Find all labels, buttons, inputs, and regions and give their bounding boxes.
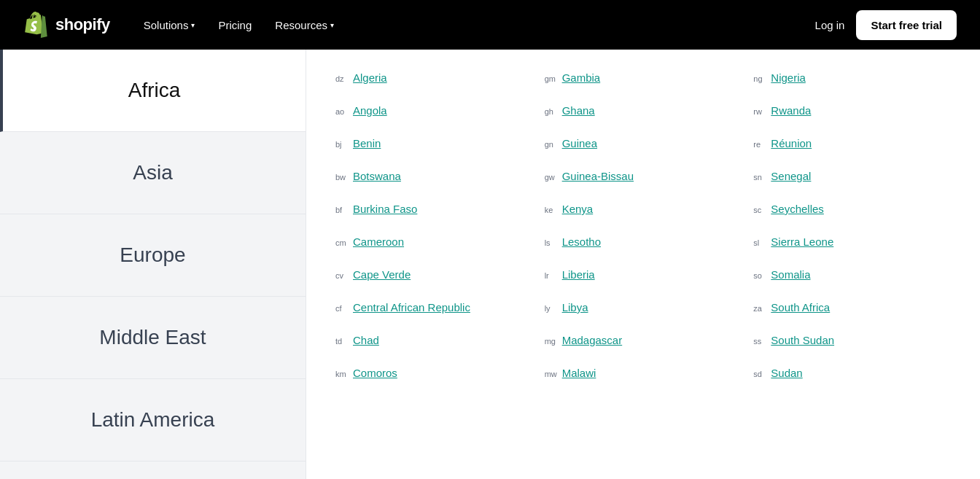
list-item: cmCameroon	[330, 225, 539, 258]
country-code: lr	[545, 271, 558, 280]
country-link[interactable]: Angola	[353, 104, 387, 117]
country-link[interactable]: Kenya	[562, 203, 594, 215]
list-item: cfCentral African Republic	[330, 291, 539, 324]
list-item: mgMadagascar	[539, 324, 748, 357]
nav-links: Solutions ▾ Pricing Resources ▾	[133, 13, 792, 37]
country-code: ao	[335, 107, 349, 116]
logo-text: shopify	[55, 15, 110, 34]
list-item: cvCape Verde	[330, 258, 539, 291]
country-link[interactable]: Sudan	[771, 367, 802, 379]
country-link[interactable]: Rwanda	[771, 104, 811, 117]
list-item: bwBotswana	[330, 160, 539, 192]
nav-solutions[interactable]: Solutions ▾	[133, 13, 206, 37]
list-item: bfBurkina Faso	[330, 192, 539, 225]
shopify-logo-icon	[23, 12, 50, 38]
country-link[interactable]: Guinea	[562, 137, 597, 149]
country-link[interactable]: Ghana	[562, 104, 595, 117]
nav-pricing[interactable]: Pricing	[208, 13, 262, 37]
country-link[interactable]: Nigeria	[771, 71, 806, 84]
list-item: gnGuinea	[539, 127, 748, 160]
country-code: cm	[335, 238, 349, 247]
country-code: td	[335, 337, 349, 346]
country-link[interactable]: Burkina Faso	[353, 203, 417, 215]
list-item: ghGhana	[539, 94, 748, 127]
country-code: so	[753, 271, 766, 280]
login-link[interactable]: Log in	[815, 19, 845, 31]
region-sidebar: Africa Asia Europe Middle East Latin Ame…	[0, 50, 306, 479]
country-link[interactable]: Chad	[353, 334, 379, 346]
start-trial-button[interactable]: Start free trial	[856, 10, 957, 40]
country-code: za	[753, 304, 766, 313]
sidebar-item-north-america[interactable]: North America	[0, 462, 306, 479]
country-code: sn	[753, 173, 766, 182]
list-item: kmComoros	[330, 357, 539, 389]
list-item: tdChad	[330, 324, 539, 357]
list-item: dzAlgeria	[330, 61, 539, 94]
country-link[interactable]: Seychelles	[771, 203, 824, 215]
list-item: reRéunion	[747, 127, 957, 160]
country-link[interactable]: Sierra Leone	[771, 235, 833, 248]
main-content: Africa Asia Europe Middle East Latin Ame…	[0, 50, 980, 479]
country-link[interactable]: Central African Republic	[353, 301, 470, 314]
country-link[interactable]: Benin	[353, 137, 381, 149]
country-link[interactable]: Senegal	[771, 170, 811, 182]
country-link[interactable]: South Africa	[771, 301, 830, 314]
country-link[interactable]: Gambia	[562, 71, 601, 84]
country-link[interactable]: Malawi	[562, 367, 596, 379]
country-code: bw	[335, 173, 349, 182]
country-code: ly	[545, 304, 558, 313]
country-code: gm	[545, 74, 558, 83]
country-link[interactable]: Botswana	[353, 170, 401, 182]
country-link[interactable]: Libya	[562, 301, 588, 314]
country-code: ss	[753, 337, 766, 346]
country-code: cf	[335, 304, 349, 313]
list-item: soSomalia	[747, 258, 957, 291]
list-item: rwRwanda	[747, 94, 957, 127]
country-code: bj	[335, 140, 349, 149]
country-link[interactable]: Algeria	[353, 71, 387, 84]
country-code: sd	[753, 370, 766, 378]
list-item: bjBenin	[330, 127, 539, 160]
nav-resources[interactable]: Resources ▾	[265, 13, 344, 37]
country-link[interactable]: Comoros	[353, 367, 397, 379]
country-code: dz	[335, 74, 349, 83]
solutions-chevron-icon: ▾	[191, 21, 195, 29]
country-link[interactable]: Cameroon	[353, 235, 404, 248]
country-link[interactable]: Lesotho	[562, 235, 601, 248]
logo[interactable]: shopify	[23, 12, 110, 38]
list-item: ngNigeria	[747, 61, 957, 94]
country-link[interactable]: Madagascar	[562, 334, 623, 346]
country-grid: dzAlgeriagmGambiangNigeriaaoAngolaghGhan…	[330, 61, 957, 389]
country-code: gh	[545, 107, 558, 116]
list-item: gmGambia	[539, 61, 748, 94]
list-item: gwGuinea-Bissau	[539, 160, 748, 192]
country-code: re	[753, 140, 766, 149]
country-code: sc	[753, 206, 766, 214]
sidebar-item-middle-east[interactable]: Middle East	[0, 297, 306, 379]
sidebar-item-africa[interactable]: Africa	[0, 50, 306, 132]
country-link[interactable]: South Sudan	[771, 334, 834, 346]
country-code: sl	[753, 238, 766, 247]
sidebar-item-latin-america[interactable]: Latin America	[0, 379, 306, 462]
country-link[interactable]: Réunion	[771, 137, 812, 149]
list-item: snSenegal	[747, 160, 957, 192]
country-link[interactable]: Cape Verde	[353, 268, 411, 281]
resources-chevron-icon: ▾	[330, 21, 334, 29]
country-code: mw	[545, 370, 558, 378]
country-link[interactable]: Liberia	[562, 268, 595, 281]
list-item: keKenya	[539, 192, 748, 225]
country-link[interactable]: Guinea-Bissau	[562, 170, 634, 182]
country-link[interactable]: Somalia	[771, 268, 810, 281]
nav-right: Log in Start free trial	[815, 10, 957, 40]
list-item: ssSouth Sudan	[747, 324, 957, 357]
country-code: ke	[545, 206, 558, 214]
list-item: aoAngola	[330, 94, 539, 127]
sidebar-item-asia[interactable]: Asia	[0, 132, 306, 214]
list-item: zaSouth Africa	[747, 291, 957, 324]
navbar: shopify Solutions ▾ Pricing Resources ▾ …	[0, 0, 980, 50]
sidebar-item-europe[interactable]: Europe	[0, 214, 306, 297]
list-item: lrLiberia	[539, 258, 748, 291]
country-code: gw	[545, 173, 558, 182]
country-code: rw	[753, 107, 766, 116]
country-code: ls	[545, 238, 558, 247]
